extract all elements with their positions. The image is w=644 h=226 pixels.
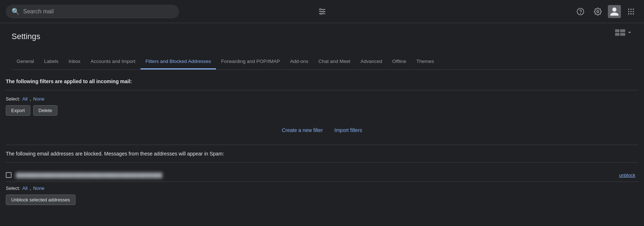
search-area[interactable]: 🔍 Search mail bbox=[6, 5, 179, 18]
filter-actions: Create a new filter Import filters bbox=[6, 121, 638, 139]
svg-rect-22 bbox=[620, 33, 625, 36]
svg-point-4 bbox=[323, 11, 324, 12]
blocked-addresses-section: The following email addresses are blocke… bbox=[6, 151, 638, 205]
blocked-select-none[interactable]: None bbox=[33, 186, 44, 191]
svg-point-14 bbox=[630, 11, 632, 12]
search-icon: 🔍 bbox=[12, 8, 20, 16]
tab-addons[interactable]: Add-ons bbox=[285, 54, 313, 69]
svg-point-16 bbox=[628, 13, 630, 14]
svg-point-5 bbox=[320, 13, 322, 14]
divider-2 bbox=[6, 145, 638, 145]
topbar-center-controls bbox=[315, 4, 329, 19]
filters-applied-section: The following filters are applied to all… bbox=[6, 78, 638, 139]
svg-rect-20 bbox=[620, 29, 625, 32]
filter-controls-icon[interactable] bbox=[315, 4, 329, 19]
filters-select-none[interactable]: None bbox=[33, 96, 44, 102]
svg-point-12 bbox=[633, 8, 634, 10]
divider-1 bbox=[6, 90, 638, 90]
divider-3 bbox=[6, 162, 638, 163]
filters-select-row: Select: All, None bbox=[6, 96, 638, 102]
filters-select-label: Select: bbox=[6, 96, 20, 102]
svg-point-18 bbox=[633, 13, 634, 14]
svg-point-3 bbox=[320, 9, 321, 10]
delete-button[interactable]: Delete bbox=[33, 105, 58, 116]
blocked-select-label: Select: bbox=[6, 186, 20, 191]
settings-tabs: General Labels Inbox Accounts and Import… bbox=[12, 54, 632, 70]
svg-point-10 bbox=[628, 8, 630, 10]
settings-title: Settings bbox=[12, 32, 40, 41]
search-input-placeholder: Search mail bbox=[23, 8, 53, 15]
topbar-right-controls bbox=[573, 4, 638, 19]
tab-filters[interactable]: Filters and Blocked Addresses bbox=[141, 54, 216, 69]
tab-chat[interactable]: Chat and Meet bbox=[313, 54, 355, 69]
blocked-email-address: ████████████████████████████████████████… bbox=[16, 172, 615, 178]
unblock-selected-button[interactable]: Unblock selected addresses bbox=[6, 195, 75, 205]
svg-point-13 bbox=[628, 11, 630, 12]
blocked-address-row: ████████████████████████████████████████… bbox=[6, 169, 638, 182]
tab-forwarding[interactable]: Forwarding and POP/IMAP bbox=[216, 54, 285, 69]
import-filters-link[interactable]: Import filters bbox=[334, 127, 362, 133]
tab-themes[interactable]: Themes bbox=[411, 54, 439, 69]
layout-chevron-icon bbox=[627, 30, 632, 37]
filters-select-all[interactable]: All bbox=[22, 96, 27, 102]
help-icon-btn[interactable] bbox=[573, 4, 588, 19]
svg-rect-2 bbox=[319, 13, 325, 14]
settings-container: Settings General Labels Inbox Accounts a… bbox=[0, 23, 644, 70]
svg-point-15 bbox=[633, 11, 634, 12]
blocked-select-row: Select: All, None bbox=[6, 186, 638, 191]
svg-point-17 bbox=[630, 13, 632, 14]
tab-inbox[interactable]: Inbox bbox=[64, 54, 86, 69]
tab-general[interactable]: General bbox=[12, 54, 39, 69]
settings-content: The following filters are applied to all… bbox=[0, 70, 644, 219]
blocked-address-checkbox[interactable] bbox=[6, 172, 12, 178]
svg-point-8 bbox=[597, 10, 599, 13]
svg-point-11 bbox=[630, 8, 632, 10]
tab-accounts[interactable]: Accounts and Import bbox=[86, 54, 141, 69]
blocked-section-header: The following email addresses are blocke… bbox=[6, 151, 638, 157]
layout-toggle[interactable] bbox=[615, 29, 632, 37]
svg-rect-19 bbox=[615, 29, 619, 32]
tab-labels[interactable]: Labels bbox=[39, 54, 64, 69]
create-filter-link[interactable]: Create a new filter bbox=[282, 127, 323, 133]
tab-advanced[interactable]: Advanced bbox=[355, 54, 387, 69]
filters-section-header: The following filters are applied to all… bbox=[6, 78, 638, 84]
export-button[interactable]: Export bbox=[6, 105, 30, 116]
svg-rect-21 bbox=[615, 33, 619, 36]
unblock-btn-row: Unblock selected addresses bbox=[6, 195, 638, 205]
svg-rect-1 bbox=[319, 11, 325, 12]
tab-offline[interactable]: Offline bbox=[387, 54, 411, 69]
avatar-btn[interactable] bbox=[608, 5, 621, 18]
settings-icon-btn[interactable] bbox=[591, 4, 605, 19]
unblock-link[interactable]: unblock bbox=[619, 172, 635, 178]
filters-btn-row: Export Delete bbox=[6, 105, 638, 116]
blocked-select-all[interactable]: All bbox=[22, 186, 27, 191]
apps-grid-icon-btn[interactable] bbox=[624, 4, 638, 19]
topbar: 🔍 Search mail bbox=[0, 0, 644, 23]
